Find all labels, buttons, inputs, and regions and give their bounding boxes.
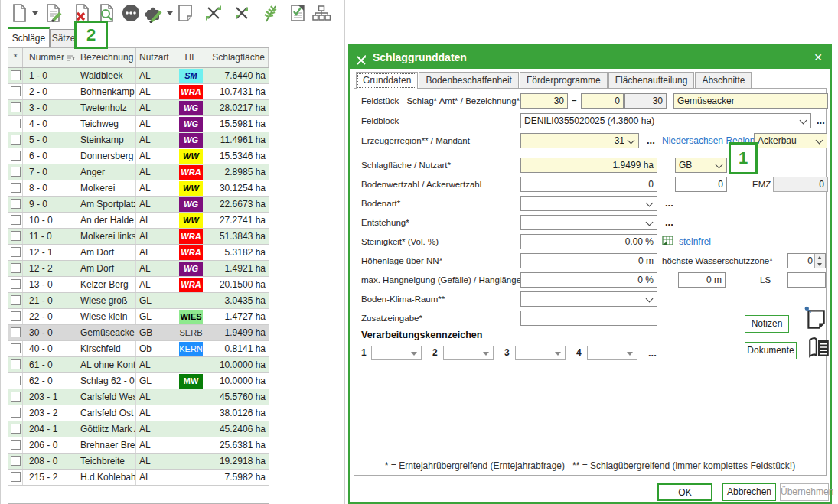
table-row[interactable]: 62 - 0Schlag 62 - 0GLMW10.0000 ha [8,373,269,389]
table-row[interactable]: 12 - 2Am DorfALWG1.4921 ha [8,261,269,277]
row-checkbox[interactable] [11,119,21,128]
table-row[interactable]: 13 - 0Kelzer BergALWRA20.1500 ha [8,277,269,293]
schlagflaeche-input[interactable]: 1.9499 ha [520,158,657,173]
table-row[interactable]: 40 - 0KirschfeldObKERN0.8141 ha [8,341,269,357]
row-checkbox[interactable] [11,167,21,177]
ok-button[interactable]: OK [657,483,712,501]
row-checkbox[interactable] [11,440,21,450]
table-row[interactable]: 9 - 0Am SportplatzALWG22.6673 ha [8,197,269,213]
abbrechen-button[interactable]: Abbrechen [722,483,776,501]
entstehung-more-button[interactable]: ... [665,216,673,232]
header-bezeichnung[interactable]: Bezeichnung [77,48,136,67]
report-check-icon[interactable] [288,3,308,23]
notizen-button[interactable]: Notizen [745,315,789,333]
bkr-dropdown[interactable] [520,291,657,307]
table-row[interactable]: 11 - 0Molkerei linksALWRA51.3843 ha [8,229,269,245]
vk-dropdown-4[interactable] [587,346,637,360]
table-row[interactable]: 5 - 0SteinkampALWG11.4961 ha [8,132,269,148]
bodenart-more-button[interactable]: ... [665,197,673,213]
row-checkbox[interactable] [11,70,21,80]
table-row[interactable]: 6 - 0DonnersbergALWW15.5346 ha [8,148,269,164]
row-checkbox[interactable] [11,311,21,321]
table-row[interactable]: 208 - 0TeichbreiteAL19.2918 ha [8,454,269,470]
ackerwertzahl-input[interactable]: 0 [675,177,727,192]
row-checkbox[interactable] [11,295,21,305]
dialog-tab-grunddaten[interactable]: Grunddaten [356,72,418,89]
plugin-edit-caret-icon[interactable] [167,11,173,15]
row-checkbox[interactable] [11,183,21,193]
header-nutzart[interactable]: Nutzart [136,48,178,67]
row-checkbox[interactable] [11,199,21,209]
row-checkbox[interactable] [11,279,21,289]
vk-dropdown-3[interactable] [515,346,566,360]
edit-document-icon[interactable] [44,3,64,23]
feldblock-dropdown[interactable]: DENILI0355020025 (4.3600 ha) [520,113,811,128]
hierarchy-icon[interactable] [311,3,331,23]
new-document-caret-icon[interactable] [32,11,38,15]
more-options-icon[interactable] [121,3,141,23]
hoehenlage-input[interactable]: 0 m [520,253,657,268]
header-schlagflaeche[interactable]: Schlagfläche [204,48,269,67]
table-row[interactable]: 30 - 0GemüseackerGBSERB1.9499 ha [8,325,269,341]
steinigkeit-input[interactable]: 0.00 % [520,234,657,249]
table-row[interactable]: 61 - 0AL ohne KonturAL10.0000 ha [8,357,269,373]
bodenart-dropdown[interactable] [520,196,657,211]
stepper-down-button[interactable] [815,261,825,268]
zusatzeingabe-input[interactable] [520,311,657,326]
row-checkbox[interactable] [11,359,21,369]
steinfrei-link[interactable]: steinfrei [679,234,711,249]
close-icon[interactable]: ✕ [814,46,823,69]
row-checkbox[interactable] [11,215,21,225]
mandant-dropdown[interactable]: Ackerbau [754,133,827,148]
table-row[interactable]: 206 - 0Brehnaer BreiteAL25.6381 ha [8,437,269,454]
dialog-tab-abschnitte[interactable]: Abschnitte [695,72,752,89]
tab-schlaege[interactable]: Schläge [8,27,50,47]
steinigkeit-table-icon[interactable] [662,235,674,249]
bezeichnung-input[interactable]: Gemüseacker [673,93,828,109]
header-select[interactable]: * [8,48,23,67]
uebernehmen-button[interactable]: Übernehmen [780,483,829,501]
dialog-tab-förderprogramme[interactable]: Förderprogramme [520,72,608,89]
hanglaenge-input[interactable]: 0 m [678,272,726,288]
header-nummer[interactable]: Nummer [23,48,77,67]
table-row[interactable]: 7 - 0AngerALWRA2.8985 ha [8,164,269,180]
erzeugerregion-dropdown[interactable]: 31 [520,133,639,148]
row-checkbox[interactable] [11,392,21,402]
table-row[interactable]: 203 - 2Carlsfeld OstAL38.0126 ha [8,405,269,421]
dokumente-button[interactable]: Dokumente [745,342,797,359]
wheat-icon[interactable] [261,3,281,23]
ls-input[interactable] [787,272,826,288]
feldblock-more-button[interactable]: ... [817,115,825,130]
row-checkbox[interactable] [11,247,21,257]
table-row[interactable]: 3 - 0TwetenholzALWG28.0217 ha [8,100,269,116]
entstehung-dropdown[interactable] [520,215,657,230]
row-checkbox[interactable] [11,376,21,385]
amt-input[interactable]: 0 [581,93,624,109]
new-document-icon[interactable] [9,3,29,23]
vk-more-button[interactable]: ... [648,347,657,363]
table-row[interactable]: 203 - 1Carlsfeld WestAL45.5760 ha [8,389,269,405]
row-checkbox[interactable] [11,135,21,145]
table-row[interactable]: 204 - 1Göttlitz Mark AlAL45.2406 ha [8,421,269,437]
table-row[interactable]: 2 - 0BohnenkampALWRA10.7431 ha [8,84,269,100]
table-row[interactable]: 215 - 2H.d.KohlebahnAL7.5982 ha [8,470,269,486]
hangneigung-input[interactable]: 0 % [520,272,657,288]
row-checkbox[interactable] [11,424,21,434]
row-checkbox[interactable] [11,472,21,482]
nutzart-dropdown[interactable]: GB [675,158,727,173]
erzeugerregion-more-button[interactable]: ... [647,135,655,150]
row-checkbox[interactable] [11,456,21,466]
row-checkbox[interactable] [11,327,21,337]
table-row[interactable]: 12 - 1Am DorfALWRA5.3182 ha [8,245,269,261]
dokumente-icon[interactable] [807,335,831,362]
notizen-icon[interactable] [804,306,828,333]
row-checkbox[interactable] [11,408,21,418]
row-checkbox[interactable] [11,343,21,353]
row-checkbox[interactable] [11,263,21,273]
vk-dropdown-1[interactable] [371,346,422,360]
split-arrows-icon[interactable] [204,3,223,23]
table-row[interactable]: 1 - 0WaldbleekALSM7.6440 ha [8,68,269,84]
dialog-tab-flächenaufteilung[interactable]: Flächenaufteilung [608,72,695,89]
header-hf[interactable]: HF [178,48,204,67]
row-checkbox[interactable] [11,86,21,96]
